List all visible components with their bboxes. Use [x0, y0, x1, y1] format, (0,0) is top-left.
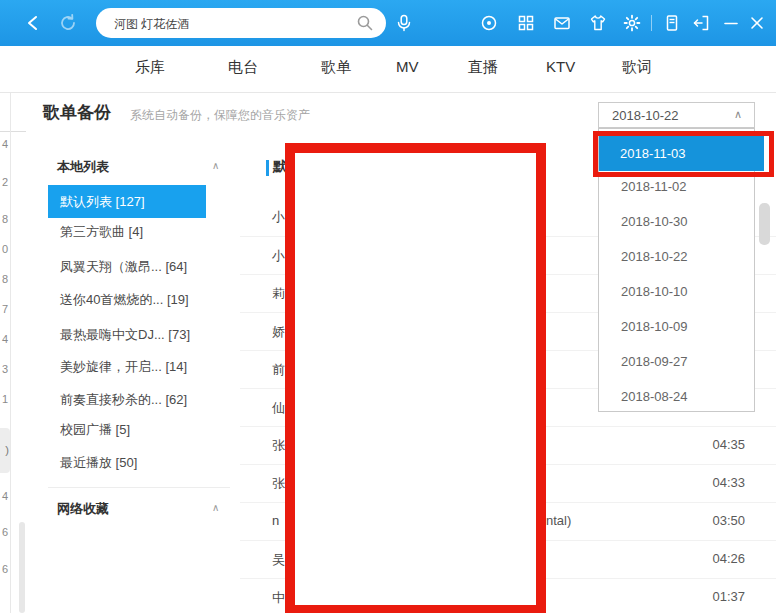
page-subtitle: 系统自动备份，保障您的音乐资产: [130, 107, 310, 124]
edge-divider-line: [0, 131, 26, 132]
tab-radio[interactable]: 电台: [228, 58, 258, 77]
back-icon[interactable]: [24, 13, 44, 33]
list-title-accent-bar: [266, 160, 269, 176]
chevron-up-icon[interactable]: ∧: [212, 160, 219, 171]
edge-fragment-block: ): [0, 428, 10, 473]
song-title-fragment: ntal): [546, 513, 571, 528]
sidebar-item-label: 最热最嗨中文DJ... [73]: [48, 327, 190, 342]
tab-playlist[interactable]: 歌单: [321, 58, 351, 77]
sidebar-divider: [48, 487, 230, 488]
titlebar: [0, 0, 776, 46]
song-title-fragment: 小: [272, 208, 285, 226]
song-title-fragment: 小: [272, 247, 285, 265]
tab-lyrics[interactable]: 歌词: [622, 58, 652, 77]
dot-circle-icon[interactable]: [479, 13, 499, 33]
titlebar-separator: [651, 15, 652, 31]
tab-live[interactable]: 直播: [468, 58, 498, 77]
sidebar-scrollbar[interactable]: [19, 522, 25, 613]
mail-icon[interactable]: [552, 13, 572, 33]
nav-bar: 乐库 电台 歌单 MV 直播 KTV 歌词: [0, 46, 776, 93]
sidebar-item-label: 送你40首燃烧的... [19]: [48, 292, 189, 307]
song-duration: 04:33: [712, 475, 745, 490]
tab-mv[interactable]: MV: [396, 58, 419, 75]
chevron-up-icon: ∧: [734, 108, 742, 121]
song-title-fragment: 吴: [272, 551, 285, 569]
sidebar-item[interactable]: 前奏直接秒杀的... [62]: [48, 384, 230, 416]
song-duration: 03:50: [712, 513, 745, 528]
song-title-fragment: 仙: [272, 399, 285, 417]
search-input[interactable]: [112, 8, 346, 40]
song-title-fragment: 娇: [272, 323, 285, 341]
mini-player-icon[interactable]: [662, 13, 682, 33]
search-box: [96, 8, 386, 38]
close-icon[interactable]: [747, 13, 767, 33]
search-icon[interactable]: [356, 14, 374, 32]
song-title-fragment: 前: [272, 361, 285, 379]
sidebar-item-label: 第三方歌曲 [4]: [48, 224, 143, 239]
annotation-red-box-selected-date: [593, 131, 774, 177]
tab-music-library[interactable]: 乐库: [135, 58, 165, 77]
sidebar-item-label: 默认列表 [127]: [48, 194, 145, 209]
sidebar-item-label: 凤翼天翔（激昂... [64]: [48, 259, 187, 274]
refresh-icon[interactable]: [58, 13, 78, 33]
exit-icon[interactable]: [691, 13, 711, 33]
sidebar-item-label: 最近播放 [50]: [48, 455, 137, 470]
sidebar-item-label: 校园广播 [5]: [48, 422, 130, 437]
tab-ktv[interactable]: KTV: [546, 58, 575, 75]
song-duration: 01:37: [712, 589, 745, 604]
skin-icon[interactable]: [588, 13, 608, 33]
sidebar-item[interactable]: 最近播放 [50]: [48, 447, 230, 479]
minimize-icon[interactable]: [721, 13, 741, 33]
date-dropdown-item[interactable]: 2018-10-30: [599, 204, 754, 239]
chevron-up-icon[interactable]: ∧: [212, 502, 219, 513]
date-dropdown-item[interactable]: 2018-09-27: [599, 344, 754, 379]
song-title-fragment: 莉: [272, 285, 285, 303]
window-scrollbar-thumb[interactable]: [759, 203, 770, 245]
date-dropdown-item[interactable]: 2018-10-09: [599, 309, 754, 344]
song-title-fragment: 张: [272, 475, 285, 493]
sidebar-group-local-lists[interactable]: 本地列表: [57, 158, 109, 176]
sidebar-item[interactable]: 第三方歌曲 [4]: [48, 216, 230, 248]
song-duration: 04:35: [712, 437, 745, 452]
sidebar-item-label: 美妙旋律，开启... [14]: [48, 359, 187, 374]
song-title-fragment: 中: [272, 589, 285, 607]
sidebar-item-default-list[interactable]: 默认列表 [127]: [48, 185, 206, 218]
date-select-value: 2018-10-22: [612, 108, 679, 123]
sidebar-item[interactable]: 美妙旋律，开启... [14]: [48, 351, 230, 383]
apps-grid-icon[interactable]: [516, 13, 536, 33]
microphone-icon[interactable]: [394, 13, 414, 33]
sidebar-item[interactable]: 校园广播 [5]: [48, 414, 230, 446]
date-select-button[interactable]: 2018-10-22 ∧: [598, 102, 755, 128]
settings-icon[interactable]: [622, 13, 642, 33]
sidebar-group-network-favorites[interactable]: 网络收藏: [57, 500, 109, 518]
sidebar-item-label: 前奏直接秒杀的... [62]: [48, 392, 187, 407]
song-title-fragment: 张: [272, 437, 285, 455]
sidebar-item[interactable]: 凤翼天翔（激昂... [64]: [48, 251, 230, 283]
date-dropdown-item[interactable]: 2018-10-10: [599, 274, 754, 309]
vertical-divider: [10, 93, 11, 613]
page-title: 歌单备份: [43, 101, 111, 124]
date-dropdown-item[interactable]: 2018-10-22: [599, 239, 754, 274]
sidebar-item[interactable]: 最热最嗨中文DJ... [73]: [48, 319, 230, 351]
song-title-fragment: n: [272, 513, 279, 528]
date-dropdown-item[interactable]: 2018-08-24: [599, 379, 754, 414]
sidebar-item[interactable]: 送你40首燃烧的... [19]: [48, 284, 230, 316]
song-duration: 04:26: [712, 551, 745, 566]
annotation-red-box: [285, 143, 546, 613]
